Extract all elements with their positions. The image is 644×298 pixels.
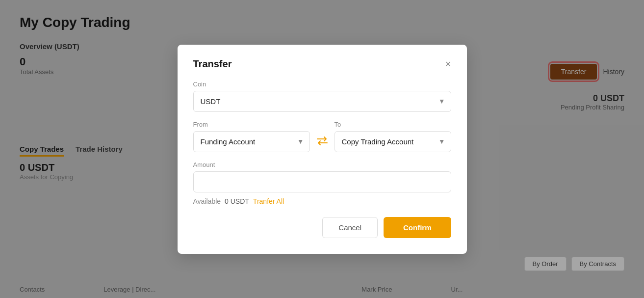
modal-overlay: Transfer × Coin USDT ▼ From Funding Acco… [0,0,644,298]
to-select[interactable]: Copy Trading Account Funding Account [335,131,451,152]
coin-label: Coin [193,81,451,88]
coin-select-wrapper: USDT ▼ [193,91,451,112]
from-to-row: From Funding Account Copy Trading Accoun… [193,121,451,152]
to-field-group: To Copy Trading Account Funding Account … [335,121,451,152]
modal-title: Transfer [193,58,232,70]
transfer-all-button[interactable]: Tranfer All [253,197,284,205]
cancel-button[interactable]: Cancel [322,217,378,238]
coin-select[interactable]: USDT [193,91,451,112]
swap-button[interactable] [315,136,330,145]
from-select[interactable]: Funding Account Copy Trading Account [193,131,310,152]
amount-input[interactable] [193,171,451,192]
available-label: Available [193,197,221,205]
from-field-group: From Funding Account Copy Trading Accoun… [193,121,310,152]
amount-label: Amount [193,161,451,168]
swap-icon [317,136,328,145]
available-row: Available 0 USDT Tranfer All [193,197,451,205]
close-button[interactable]: × [445,59,451,69]
modal-footer: Cancel Confirm [193,217,451,238]
from-label: From [193,121,310,128]
available-value: 0 USDT [225,197,249,205]
modal-header: Transfer × [193,58,451,70]
confirm-button[interactable]: Confirm [384,217,451,238]
transfer-modal: Transfer × Coin USDT ▼ From Funding Acco… [178,45,467,254]
to-select-wrapper: Copy Trading Account Funding Account ▼ [335,131,451,152]
to-label: To [335,121,451,128]
from-select-wrapper: Funding Account Copy Trading Account ▼ [193,131,310,152]
